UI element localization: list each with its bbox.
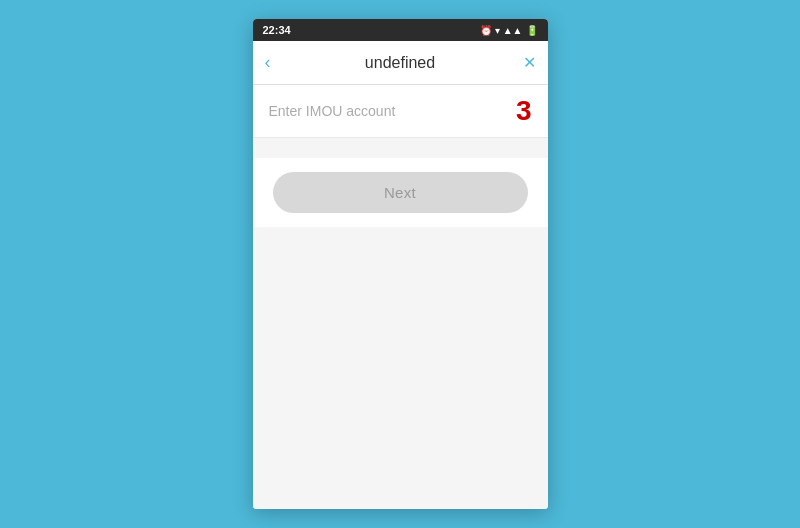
app-header: ‹ undefined ✕: [253, 41, 548, 85]
phone-frame: 22:34 ⏰ ▾ ▲▲ 🔋 ‹ undefined ✕ Enter IMOU …: [253, 19, 548, 509]
alarm-icon: ⏰: [480, 25, 492, 36]
page-title: undefined: [365, 54, 435, 72]
content-area: Enter IMOU account 3 Next: [253, 85, 548, 509]
wifi-icon: ▾: [495, 25, 500, 36]
next-button[interactable]: Next: [273, 172, 528, 213]
signal-icon: ▲▲: [503, 25, 523, 36]
status-icons: ⏰ ▾ ▲▲ 🔋: [480, 25, 538, 36]
step-number: 3: [516, 97, 532, 125]
account-input-placeholder: Enter IMOU account: [269, 103, 508, 119]
rest-content: [253, 227, 548, 509]
status-bar: 22:34 ⏰ ▾ ▲▲ 🔋: [253, 19, 548, 41]
spacer-top: [253, 138, 548, 158]
next-button-container: Next: [253, 158, 548, 227]
close-button[interactable]: ✕: [523, 53, 536, 72]
account-input-row[interactable]: Enter IMOU account 3: [253, 85, 548, 138]
battery-icon: 🔋: [526, 25, 538, 36]
back-button[interactable]: ‹: [265, 52, 271, 73]
status-time: 22:34: [263, 24, 291, 36]
